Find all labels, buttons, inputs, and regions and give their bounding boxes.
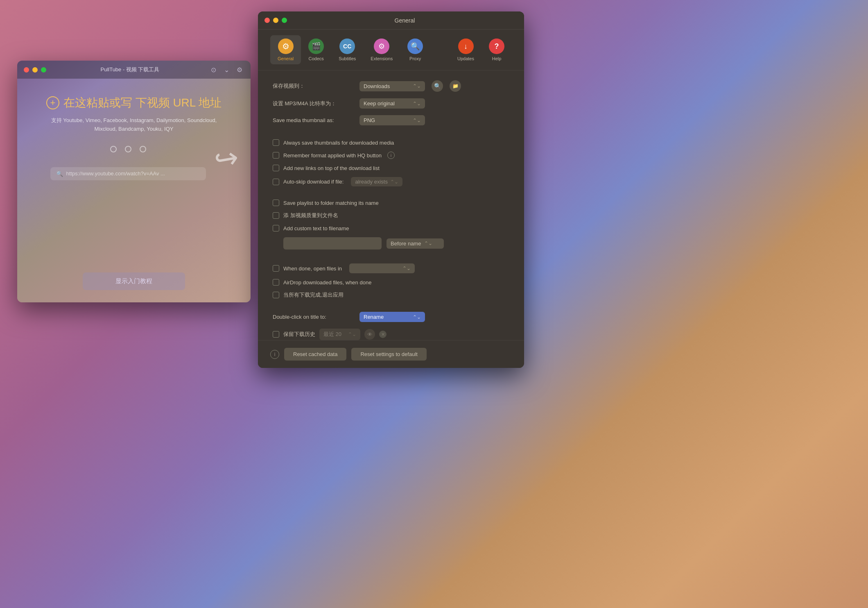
gear-icon[interactable]: ⚙ — [235, 65, 244, 74]
thumbnail-label: Save media thumbnail as: — [273, 117, 355, 123]
double-click-label: Double-click on title to: — [273, 314, 355, 320]
history-eye-button[interactable]: 👁 — [364, 329, 375, 340]
add-url-text: + 在这粘贴或写 下视频 URL 地址 — [46, 95, 222, 111]
save-location-select[interactable]: Downloads ⌃⌄ — [359, 81, 425, 91]
when-done-checkbox[interactable] — [273, 265, 279, 272]
show-tutorial-button[interactable]: 显示入门教程 — [83, 272, 185, 290]
reset-cached-button[interactable]: Reset cached data — [284, 348, 346, 361]
dot-2 — [125, 146, 131, 152]
reset-settings-button[interactable]: Reset settings to default — [351, 348, 426, 361]
airdrop-checkbox-row: AirDrop downloaded files, when done — [273, 279, 509, 286]
thumbnails-checkbox-row: Always save thumbnails for downloaded me… — [273, 139, 509, 146]
airdrop-checkbox[interactable] — [273, 279, 279, 286]
chevron-down-icon[interactable]: ⌄ — [222, 65, 231, 74]
already-exists-arrows: ⌃⌄ — [390, 179, 398, 185]
history-close-button[interactable]: ✕ — [379, 331, 387, 338]
toolbar-subtitles-label: Subtitles — [339, 56, 356, 61]
already-exists-select[interactable]: already exists ⌃⌄ — [351, 177, 402, 186]
quit-checkbox[interactable] — [273, 292, 279, 298]
autoskip-checkbox-label: Auto-skip download if file: — [283, 179, 344, 185]
footer-info-icon[interactable]: i — [270, 350, 279, 359]
toolbar-codecs[interactable]: 🎬 Codecs — [301, 35, 331, 64]
toolbar-general-label: General — [278, 56, 294, 61]
toolbar-help[interactable]: ? Help — [481, 35, 512, 64]
before-name-select[interactable]: Before name ⌃⌄ — [387, 238, 444, 249]
general-window: General ⚙ General 🎬 Codecs CC Subtitles … — [258, 11, 524, 368]
search-input-text: https://www.youtube.com/watch?v=AAv ... — [66, 170, 165, 177]
autoskip-checkbox-row: Auto-skip download if file: already exis… — [273, 177, 509, 186]
toolbar-proxy[interactable]: 🔍 Proxy — [400, 35, 430, 64]
thumbnail-select[interactable]: PNG ⌃⌄ — [359, 115, 425, 125]
save-location-label: 保存视频到： — [273, 82, 355, 90]
supported-sites: 支持 Youtube, Vimeo, Facebook, Instagram, … — [48, 116, 220, 134]
quality-checkbox[interactable] — [273, 212, 279, 219]
bitrate-select[interactable]: Keep original ⌃⌄ — [359, 98, 425, 109]
toolbar-extensions[interactable]: ⚙ Extensions — [363, 35, 400, 64]
open-files-select[interactable]: ⌃⌄ — [349, 263, 415, 273]
airdrop-checkbox-label: AirDrop downloaded files, when done — [283, 279, 371, 286]
hq-checkbox-row: Remember format applied with HQ button i — [273, 152, 509, 159]
quality-checkbox-label: 添 加视频质量到文件名 — [283, 212, 338, 219]
settings-content: 保存视频到： Downloads ⌃⌄ 🔍 📁 设置 MP3/M4A 比特率为：… — [258, 70, 524, 368]
new-links-checkbox-row: Add new links on top of the download lis… — [273, 165, 509, 171]
when-done-checkbox-row: When done, open files in ⌃⌄ — [273, 263, 509, 273]
general-close-button[interactable] — [264, 18, 270, 23]
thumbnails-checkbox[interactable] — [273, 139, 279, 146]
traffic-lights — [24, 67, 46, 73]
rename-select[interactable]: Rename ⌃⌄ — [359, 312, 425, 322]
search-location-button[interactable]: 🔍 — [432, 80, 443, 92]
thumbnail-arrows-icon: ⌃⌄ — [413, 118, 421, 123]
thumbnail-value: PNG — [364, 117, 409, 123]
double-click-row: Double-click on title to: Rename ⌃⌄ — [273, 312, 509, 322]
new-links-checkbox[interactable] — [273, 165, 279, 171]
quit-checkbox-label: 当所有下载完成,退出应用 — [283, 291, 344, 299]
thumbnail-row: Save media thumbnail as: PNG ⌃⌄ — [273, 115, 509, 125]
autoskip-checkbox[interactable] — [273, 179, 279, 185]
toolbar-subtitles[interactable]: CC Subtitles — [331, 35, 363, 64]
open-files-arrows: ⌃⌄ — [402, 265, 411, 271]
custom-text-checkbox-row: Add custom text to filename — [273, 225, 509, 231]
quit-checkbox-row: 当所有下载完成,退出应用 — [273, 291, 509, 299]
custom-text-input[interactable] — [283, 237, 382, 250]
hq-checkbox[interactable] — [273, 152, 279, 159]
info-icon[interactable]: i — [387, 152, 395, 159]
playlist-checkbox[interactable] — [273, 200, 279, 206]
settings-footer: i Reset cached data Reset settings to de… — [258, 340, 524, 368]
help-toolbar-icon: ? — [489, 39, 504, 54]
general-traffic-lights — [264, 18, 287, 23]
pulltube-titlebar: PullTube - 视频 下载工具 ⊙ ⌄ ⚙ — [17, 61, 251, 79]
download-icon[interactable]: ⊙ — [209, 65, 218, 74]
extensions-toolbar-icon: ⚙ — [374, 39, 389, 54]
pulltube-content: + 在这粘贴或写 下视频 URL 地址 支持 Youtube, Vimeo, F… — [17, 79, 251, 302]
history-arrows: ⌃⌄ — [348, 331, 356, 337]
toolbar-general[interactable]: ⚙ General — [270, 35, 301, 64]
subtitles-toolbar-icon: CC — [339, 39, 355, 54]
general-fullscreen-button[interactable] — [282, 18, 287, 23]
rename-arrows: ⌃⌄ — [413, 314, 421, 320]
playlist-checkbox-row: Save playlist to folder matching its nam… — [273, 200, 509, 206]
when-done-checkbox-label: When done, open files in — [283, 265, 342, 272]
curl-arrow: ↩ — [211, 140, 241, 177]
new-links-checkbox-label: Add new links on top of the download lis… — [283, 165, 380, 171]
before-name-value: Before name — [391, 240, 421, 247]
select-arrows-icon: ⌃⌄ — [413, 83, 421, 89]
toolbar-proxy-label: Proxy — [409, 56, 421, 61]
history-checkbox[interactable] — [273, 331, 279, 338]
dot-1 — [110, 146, 117, 152]
fullscreen-button[interactable] — [41, 67, 46, 73]
toolbar-updates-label: Updates — [457, 56, 474, 61]
toolbar-updates[interactable]: ↓ Updates — [450, 35, 481, 64]
history-row: 保留下载历史 最近 20 ⌃⌄ 👁 ✕ — [273, 329, 509, 340]
close-button[interactable] — [24, 67, 29, 73]
general-minimize-button[interactable] — [273, 18, 278, 23]
general-titlebar: General — [258, 11, 524, 29]
history-select[interactable]: 最近 20 ⌃⌄ — [319, 329, 360, 340]
progress-dots — [110, 146, 146, 152]
custom-text-input-row: Before name ⌃⌄ — [273, 237, 509, 250]
search-bar[interactable]: 🔍 https://www.youtube.com/watch?v=AAv ..… — [50, 167, 206, 180]
minimize-button[interactable] — [32, 67, 38, 73]
custom-text-checkbox[interactable] — [273, 225, 279, 231]
save-location-value: Downloads — [364, 83, 409, 89]
folder-location-button[interactable]: 📁 — [450, 80, 461, 92]
add-icon[interactable]: + — [46, 96, 59, 109]
